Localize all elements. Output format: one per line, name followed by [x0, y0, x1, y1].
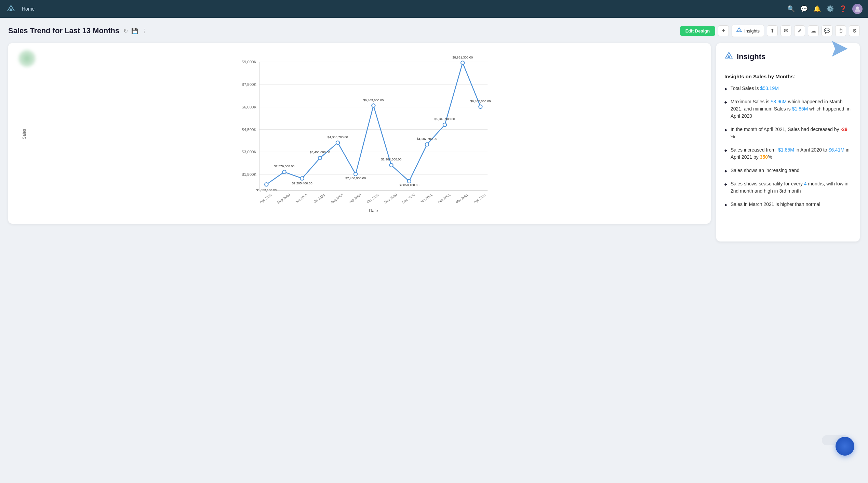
page-title: Sales Trend for Last 13 Months	[8, 26, 119, 35]
svg-text:Apr 2020: Apr 2020	[259, 193, 273, 204]
svg-text:$6,000K: $6,000K	[242, 105, 256, 109]
help-icon[interactable]: ❓	[839, 5, 847, 13]
insights-zi-icon	[724, 51, 733, 62]
svg-marker-56	[832, 41, 848, 57]
chat-icon[interactable]: 💬	[800, 5, 808, 13]
svg-text:$8,961,300.00: $8,961,300.00	[452, 55, 473, 59]
svg-text:$6,463,600.00: $6,463,600.00	[363, 98, 384, 102]
diamond-icon-2: ◆	[724, 100, 727, 105]
svg-point-23	[425, 143, 429, 146]
svg-text:$2,460,900.00: $2,460,900.00	[345, 176, 366, 180]
diamond-icon-1: ◆	[724, 86, 727, 91]
insight-item-3: ◆ In the month of April 2021, Sales had …	[724, 126, 852, 140]
insights-section-title: Insights on Sales by Months:	[724, 74, 852, 79]
insight-text-7: Sales in March 2021 is higher than norma…	[731, 201, 820, 208]
insight-text-4: Sales increased from $1.85M in April 202…	[731, 146, 852, 161]
svg-point-14	[265, 183, 268, 186]
insight-text-3: In the month of April 2021, Sales had de…	[731, 126, 852, 140]
svg-text:Jul 2020: Jul 2020	[313, 193, 325, 204]
chart-card: Sales $9,000K $7,500K $6,000K $4,500K $3…	[8, 43, 711, 224]
topnav-icon-group: 🔍 💬 🔔 ⚙️ ❓	[787, 4, 863, 14]
svg-text:$2,984,300.00: $2,984,300.00	[381, 157, 402, 161]
svg-text:Feb 2021: Feb 2021	[437, 193, 451, 204]
svg-text:May 2020: May 2020	[277, 193, 291, 204]
svg-text:Nov 2020: Nov 2020	[384, 193, 398, 204]
svg-text:$7,500K: $7,500K	[242, 82, 256, 87]
save-icon[interactable]: 💾	[131, 28, 138, 34]
schedule-icon-btn[interactable]: ⏱	[835, 25, 846, 36]
diamond-icon-6: ◆	[724, 182, 727, 187]
insight-text-5: Sales shows an increasing trend	[731, 167, 800, 174]
svg-text:$1,500K: $1,500K	[242, 172, 256, 177]
insights-panel-title: Insights	[737, 52, 765, 61]
email-icon-btn[interactable]: ✉	[780, 25, 791, 36]
diamond-icon-7: ◆	[724, 202, 727, 207]
tools-icon[interactable]: ⚙️	[826, 5, 834, 13]
share-icon-btn[interactable]: ⇗	[794, 25, 805, 36]
svg-point-22	[408, 180, 411, 183]
logo[interactable]	[5, 3, 16, 14]
insight-item-2: ◆ Maximum Sales is $8.96M which happened…	[724, 98, 852, 120]
diamond-icon-3: ◆	[724, 127, 727, 132]
bell-icon[interactable]: 🔔	[813, 5, 821, 13]
svg-text:Apr 2021: Apr 2021	[473, 193, 487, 204]
svg-text:Oct 2020: Oct 2020	[366, 193, 380, 204]
svg-text:$4,187,700.00: $4,187,700.00	[417, 137, 437, 141]
header-action-icons: ↻ 💾 ⋮	[123, 28, 147, 34]
svg-text:$5,343,900.00: $5,343,900.00	[435, 117, 455, 121]
home-nav-label[interactable]: Home	[22, 6, 35, 12]
svg-point-18	[336, 141, 339, 144]
deco-arrow	[830, 39, 849, 58]
deco-blob-blue	[836, 437, 854, 456]
svg-text:$4,300,700.00: $4,300,700.00	[328, 135, 348, 139]
insight-item-7: ◆ Sales in March 2021 is higher than nor…	[724, 201, 852, 208]
svg-point-19	[354, 172, 357, 176]
insights-panel: Insights Insights on Sales by Months: ◆ …	[716, 43, 860, 242]
comment-icon-btn[interactable]: 💬	[822, 25, 832, 36]
insight-item-4: ◆ Sales increased from $1.85M in April 2…	[724, 146, 852, 161]
svg-point-17	[318, 156, 322, 160]
svg-point-24	[443, 123, 446, 127]
svg-point-25	[461, 61, 464, 64]
search-icon[interactable]: 🔍	[787, 5, 795, 13]
y-axis-label: Sales	[22, 129, 27, 139]
svg-point-26	[479, 105, 482, 108]
insight-item-5: ◆ Sales shows an increasing trend	[724, 167, 852, 174]
main-content: Sales Trend for Last 13 Months ↻ 💾 ⋮ Edi…	[0, 18, 868, 483]
insight-text-1: Total Sales is $53.19M	[731, 85, 779, 92]
svg-text:$2,050,100.00: $2,050,100.00	[399, 183, 419, 187]
diamond-icon-5: ◆	[724, 168, 727, 173]
svg-text:$9,000K: $9,000K	[242, 60, 256, 64]
settings-icon-btn[interactable]: ⚙	[849, 25, 860, 36]
more-options-icon[interactable]: ⋮	[142, 28, 147, 34]
dashboard-row: Sales $9,000K $7,500K $6,000K $4,500K $3…	[8, 43, 860, 242]
user-avatar[interactable]	[852, 4, 863, 14]
header-right-toolbar: Edit Design + Insights ⬆ ✉ ⇗ ☁ 💬 ⏱ ⚙	[680, 25, 860, 37]
diamond-icon-4: ◆	[724, 148, 727, 153]
svg-text:Mar 2021: Mar 2021	[455, 193, 469, 204]
sales-line-chart: $9,000K $7,500K $6,000K $4,500K $3,000K …	[29, 51, 704, 216]
insights-button-label: Insights	[744, 28, 760, 34]
page-header: Sales Trend for Last 13 Months ↻ 💾 ⋮ Edi…	[8, 25, 860, 37]
svg-text:$3,400,000.00: $3,400,000.00	[310, 150, 330, 154]
svg-text:$3,000K: $3,000K	[242, 150, 256, 154]
svg-text:$6,405,800.00: $6,405,800.00	[470, 99, 491, 103]
edit-design-button[interactable]: Edit Design	[680, 26, 716, 36]
insight-text-6: Sales shows seasonality for every 4 mont…	[731, 180, 852, 195]
svg-point-0	[856, 6, 859, 9]
svg-text:Jun 2020: Jun 2020	[295, 193, 308, 204]
add-button[interactable]: +	[718, 25, 729, 36]
svg-text:Dec 2020: Dec 2020	[401, 193, 415, 204]
cloud-icon-btn[interactable]: ☁	[808, 25, 819, 36]
refresh-icon[interactable]: ↻	[123, 28, 128, 34]
svg-text:$4,500K: $4,500K	[242, 128, 256, 132]
upload-icon-btn[interactable]: ⬆	[767, 25, 778, 36]
insights-button[interactable]: Insights	[732, 25, 764, 37]
zi-icon	[736, 27, 742, 35]
svg-text:Jan 2021: Jan 2021	[419, 193, 433, 204]
insight-item-1: ◆ Total Sales is $53.19M	[724, 85, 852, 92]
svg-text:Date: Date	[369, 208, 378, 213]
insight-text-2: Maximum Sales is $8.96M which happened i…	[731, 98, 852, 120]
svg-text:Aug 2020: Aug 2020	[330, 193, 344, 204]
svg-point-20	[372, 104, 375, 107]
